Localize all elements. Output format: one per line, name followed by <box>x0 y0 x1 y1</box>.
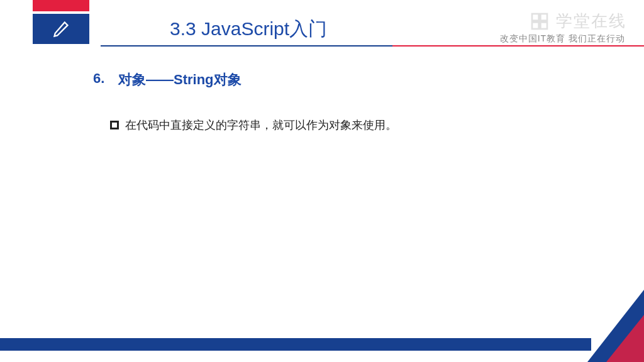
section-number: 6. <box>93 70 104 87</box>
svg-rect-1 <box>540 14 547 21</box>
pencil-tab <box>33 14 89 44</box>
decor-red-block <box>33 0 89 11</box>
svg-rect-3 <box>540 22 547 29</box>
header-underline-red <box>392 45 644 47</box>
bullet-text: 在代码中直接定义的字符串，就可以作为对象来使用。 <box>125 118 397 133</box>
pencil-icon <box>52 20 70 38</box>
tagline: 改变中国IT教育 我们正在行动 <box>500 33 625 45</box>
footer-bar <box>0 338 591 351</box>
watermark: 学堂在线 <box>530 10 626 32</box>
decor-triangle-pink <box>606 315 644 362</box>
svg-rect-2 <box>532 22 539 29</box>
svg-rect-0 <box>532 14 539 21</box>
section-title: 对象——String对象 <box>118 70 242 89</box>
bullet-square-icon <box>110 121 119 129</box>
page-title: 3.3 JavaScript入门 <box>170 16 327 42</box>
watermark-text: 学堂在线 <box>556 10 626 32</box>
watermark-icon <box>530 11 550 31</box>
bullet-row: 在代码中直接定义的字符串，就可以作为对象来使用。 <box>110 118 397 133</box>
